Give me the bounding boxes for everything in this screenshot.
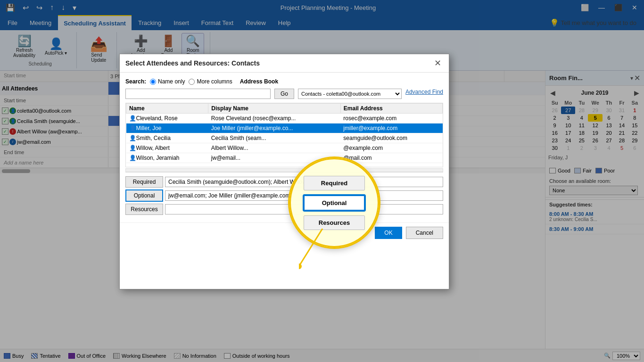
- contact-row-5[interactable]: 👤Wilson, Jeramiah jw@email... @mail.com: [126, 153, 443, 163]
- col-display: Display Name: [208, 104, 341, 114]
- select-attendees-dialog: Select Attendees and Resources: Contacts…: [119, 54, 449, 289]
- go-button[interactable]: Go: [274, 89, 294, 99]
- modal-title-bar: Select Attendees and Resources: Contacts…: [120, 54, 449, 73]
- more-columns-radio-label[interactable]: More columns: [189, 78, 232, 85]
- table-scrollbar: [125, 168, 443, 172]
- contact-4-display: Albert Willow...: [208, 143, 341, 153]
- contact-2-email: jmiller@example.com: [340, 123, 442, 133]
- search-options-row: Search: Name only More columns Address B…: [125, 78, 443, 85]
- contact-2-name: 👤Miller, Joe: [126, 123, 208, 133]
- col-email: Email Address: [340, 104, 442, 114]
- table-scrollbar-track: [125, 168, 443, 172]
- required-field-button[interactable]: Required: [125, 176, 163, 188]
- contact-3-display: Cecilia Smith (seam...: [208, 133, 341, 143]
- contact-2-display: Joe Miller (jmiller@example.co...: [208, 123, 341, 133]
- resources-field-row: Resources: [125, 204, 443, 215]
- modal-close-button[interactable]: ✕: [432, 58, 443, 68]
- modal-overlay: Select Attendees and Resources: Contacts…: [0, 0, 644, 362]
- modal-footer-fields: Required Optional Resources: [125, 172, 443, 215]
- more-columns-label: More columns: [197, 78, 232, 85]
- name-only-radio-label[interactable]: Name only: [150, 78, 185, 85]
- contact-search-input[interactable]: [125, 89, 271, 99]
- contact-4-name: 👤Willow, Albert: [126, 143, 208, 153]
- contacts-table: Name Display Name Email Address 👤Clevela…: [126, 103, 443, 163]
- callout-resources-button[interactable]: Resources: [304, 215, 365, 230]
- contact-row-3[interactable]: 👤Smith, Cecilia Cecilia Smith (seam... s…: [126, 133, 443, 143]
- ok-button[interactable]: OK: [375, 227, 402, 239]
- contact-5-name: 👤Wilson, Jeramiah: [126, 153, 208, 163]
- address-book-select[interactable]: Contacts - coletta00@outlook.com: [298, 89, 402, 99]
- contact-1-name: 👤Cleveland, Rose: [126, 114, 208, 123]
- contacts-table-header: Name Display Name Email Address: [126, 104, 443, 114]
- contacts-table-container: Name Display Name Email Address 👤Clevela…: [125, 103, 443, 167]
- search-input-row: Go Contacts - coletta00@outlook.com Adva…: [125, 89, 443, 99]
- search-label: Search:: [125, 78, 146, 85]
- contact-row-4[interactable]: 👤Willow, Albert Albert Willow... @exampl…: [126, 143, 443, 153]
- contact-row-1[interactable]: 👤Cleveland, Rose Rose Cleveland (rosec@e…: [126, 114, 443, 123]
- svg-point-1: [299, 263, 302, 269]
- contact-5-icon: 👤: [129, 155, 136, 161]
- contact-4-icon: 👤: [129, 145, 136, 151]
- contacts-header-row: Name Display Name Email Address: [126, 104, 443, 114]
- cancel-button[interactable]: Cancel: [406, 227, 443, 239]
- contact-1-icon: 👤: [129, 115, 136, 122]
- modal-body: Search: Name only More columns Address B…: [120, 73, 449, 222]
- name-only-radio[interactable]: [150, 79, 156, 85]
- contacts-table-body: 👤Cleveland, Rose Rose Cleveland (rosec@e…: [126, 114, 443, 163]
- contact-3-email: seamguide@outlook.com: [340, 133, 442, 143]
- modal-actions: OK Cancel: [120, 222, 449, 243]
- callout-optional-button[interactable]: Optional: [304, 195, 365, 211]
- advanced-find-link[interactable]: Advanced Find: [405, 89, 443, 99]
- required-field-row: Required: [125, 176, 443, 188]
- contact-row-2[interactable]: 👤Miller, Joe Joe Miller (jmiller@example…: [126, 123, 443, 133]
- optional-field-row: Optional: [125, 189, 443, 202]
- more-columns-radio[interactable]: [189, 79, 195, 85]
- contact-1-display: Rose Cleveland (rosec@examp...: [208, 114, 341, 123]
- contact-3-icon: 👤: [129, 135, 136, 141]
- address-book-label: Address Book: [240, 78, 278, 85]
- contact-4-email: @example.com: [340, 143, 442, 153]
- callout-required-button[interactable]: Required: [304, 176, 365, 190]
- modal-title: Select Attendees and Resources: Contacts: [125, 59, 260, 67]
- col-name: Name: [126, 104, 208, 114]
- resources-field-button[interactable]: Resources: [125, 204, 163, 215]
- callout-overlay: Required Optional Resources: [289, 158, 379, 247]
- callout-circle: Required Optional Resources: [289, 158, 379, 247]
- contact-3-name: 👤Smith, Cecilia: [126, 133, 208, 143]
- contact-1-email: rosec@example.com: [340, 114, 442, 123]
- name-only-label: Name only: [158, 78, 185, 85]
- contact-2-icon: 👤: [129, 125, 136, 132]
- contact-5-email: @mail.com: [340, 153, 442, 163]
- optional-field-button[interactable]: Optional: [125, 189, 163, 202]
